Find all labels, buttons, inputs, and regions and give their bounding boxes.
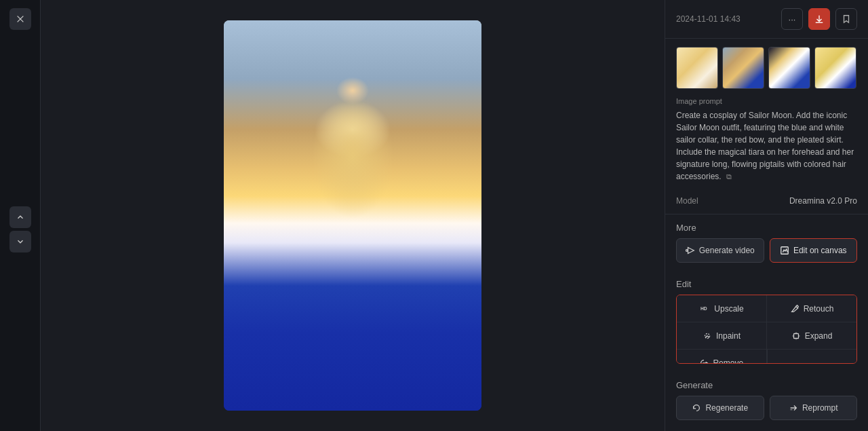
generate-video-label: Generate video	[699, 246, 755, 255]
regenerate-label: Regenerate	[705, 403, 748, 413]
bookmark-button[interactable]	[835, 8, 857, 30]
thumbnail-2[interactable]	[722, 47, 764, 89]
edit-grid: HD Upscale Retouch	[676, 295, 857, 364]
canvas-icon	[780, 246, 789, 255]
generate-video-button[interactable]: Generate video	[676, 238, 764, 263]
timestamp: 2024-11-01 14:43	[676, 14, 741, 24]
model-label: Model	[676, 196, 698, 206]
remove-button[interactable]: Remove	[677, 350, 767, 364]
hd-icon: HD	[699, 305, 710, 313]
expand-label: Expand	[805, 331, 833, 341]
model-value: Dreamina v2.0 Pro	[789, 196, 857, 206]
nav-up-button[interactable]	[9, 206, 31, 228]
more-options-button[interactable]: ···	[781, 8, 803, 30]
svg-marker-4	[688, 248, 694, 254]
upscale-button[interactable]: HD Upscale	[677, 295, 767, 322]
reprompt-label: Reprompt	[802, 403, 838, 413]
edit-row-2: Inpaint Expand	[677, 322, 856, 350]
left-sidebar	[0, 0, 41, 431]
model-row: Model Dreamina v2.0 Pro	[665, 191, 868, 214]
prompt-section: Image prompt Create a cosplay of Sailor …	[665, 97, 868, 191]
copy-prompt-button[interactable]: ⧉	[726, 171, 732, 183]
thumbnail-1[interactable]	[676, 47, 718, 89]
reprompt-icon	[789, 403, 798, 413]
remove-icon	[699, 358, 709, 364]
bookmark-icon	[842, 14, 851, 24]
retouch-label: Retouch	[804, 304, 834, 314]
edit-on-canvas-button[interactable]: Edit on canvas	[770, 238, 858, 263]
video-icon	[686, 246, 695, 255]
chevron-down-icon	[16, 237, 25, 246]
more-actions-row: Generate video Edit on canvas	[665, 238, 868, 271]
regenerate-icon	[692, 403, 701, 413]
close-icon	[16, 14, 25, 24]
reprompt-button[interactable]: Reprompt	[770, 396, 858, 420]
expand-icon	[791, 331, 801, 341]
edit-on-canvas-label: Edit on canvas	[793, 246, 847, 255]
thumbnails-row	[665, 39, 868, 97]
generate-row: Regenerate Reprompt	[665, 396, 868, 431]
main-content: 2024-11-01 14:43 ···	[41, 0, 868, 431]
svg-rect-9	[793, 333, 798, 338]
svg-point-5	[686, 250, 688, 252]
remove-label: Remove	[713, 358, 743, 364]
svg-text:HD: HD	[701, 306, 707, 311]
chevron-up-icon	[16, 212, 25, 222]
more-section-header: More	[665, 214, 868, 238]
image-area	[41, 0, 665, 431]
retouch-button[interactable]: Retouch	[767, 295, 856, 322]
nav-down-button[interactable]	[9, 231, 31, 252]
right-panel: 2024-11-01 14:43 ···	[665, 0, 868, 431]
regenerate-button[interactable]: Regenerate	[676, 396, 764, 420]
upscale-label: Upscale	[714, 304, 743, 314]
prompt-text: Create a cosplay of Sailor Moon. Add the…	[676, 109, 857, 183]
more-options-icon: ···	[789, 14, 796, 24]
retouch-icon	[790, 304, 800, 314]
edit-section-header: Edit	[665, 271, 868, 295]
inpaint-button[interactable]: Inpaint	[677, 322, 767, 350]
inpaint-icon	[703, 331, 712, 341]
main-image	[224, 20, 481, 411]
edit-row-1: HD Upscale Retouch	[677, 295, 856, 322]
navigation-arrows	[9, 206, 31, 252]
thumbnail-3[interactable]	[768, 47, 810, 89]
download-icon	[814, 14, 824, 24]
inpaint-label: Inpaint	[716, 331, 741, 341]
top-toolbar: 2024-11-01 14:43 ···	[665, 0, 868, 39]
prompt-section-label: Image prompt	[676, 97, 857, 105]
close-button[interactable]	[9, 8, 31, 30]
generate-section-header: Generate	[665, 372, 868, 396]
prompt-content: Create a cosplay of Sailor Moon. Add the…	[676, 111, 854, 181]
thumbnail-4[interactable]	[814, 47, 856, 89]
download-button[interactable]	[808, 8, 830, 30]
edit-row-3: Remove	[677, 350, 856, 364]
expand-button[interactable]: Expand	[767, 322, 856, 350]
